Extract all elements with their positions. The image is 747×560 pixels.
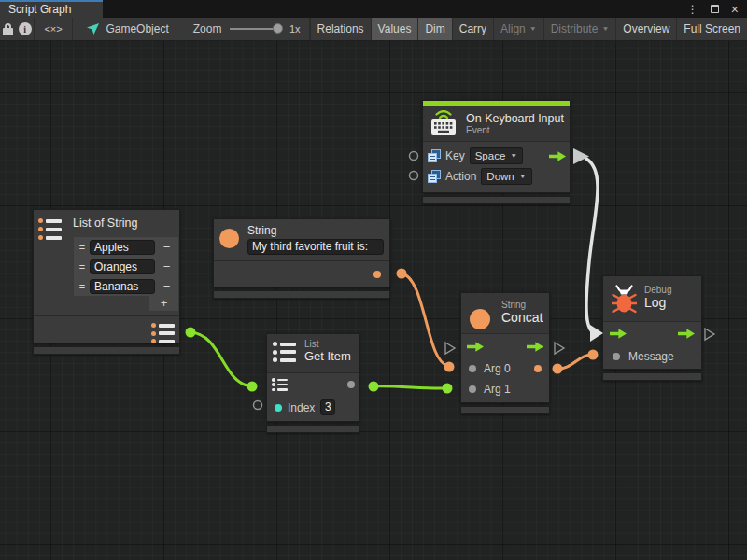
arg1-input-port[interactable] (469, 385, 476, 393)
node-category: Debug (644, 285, 701, 295)
drag-handle-icon[interactable]: = (77, 281, 87, 292)
node-on-keyboard-input[interactable]: On Keyboard Input Event Key Space ▼ (422, 100, 571, 204)
key-label: Key (445, 149, 465, 162)
string-output-port[interactable] (374, 271, 381, 278)
action-row: Action Down ▼ (423, 166, 570, 187)
control-row (461, 334, 549, 358)
arg0-row: Arg 0 (461, 358, 549, 379)
message-label: Message (628, 350, 674, 363)
node-concat[interactable]: String Concat Arg 0 Arg 1 (460, 292, 550, 414)
node-title: Concat (501, 310, 549, 325)
index-input-port[interactable] (275, 404, 282, 412)
message-input-port[interactable] (613, 353, 620, 360)
control-input-port[interactable] (467, 342, 484, 352)
string-value-field[interactable]: My third favorite fruit is: (247, 239, 384, 255)
remove-item-button[interactable]: − (158, 259, 176, 273)
list-icon (273, 342, 297, 362)
window-controls: ⋮ × (687, 0, 747, 18)
fullscreen-button[interactable]: Full Screen (676, 18, 747, 40)
node-footer (266, 425, 359, 433)
index-label: Index (288, 401, 315, 414)
lock-button[interactable] (0, 18, 17, 40)
unity-visual-scripting-window: Script Graph ⋮ × i <×> GameObject (0, 0, 747, 560)
node-title: Get Item (304, 349, 359, 363)
remove-item-button[interactable]: − (158, 279, 176, 293)
item-output-port[interactable] (347, 381, 355, 388)
gameobject-selector[interactable]: GameObject (86, 22, 168, 35)
list-item-field[interactable]: Oranges (90, 259, 155, 274)
tab-script-graph[interactable]: Script Graph (0, 0, 103, 18)
node-footer (602, 372, 702, 381)
list-output-row (34, 315, 179, 343)
control-output-port[interactable] (678, 329, 695, 339)
align-button[interactable]: Align ▼ (493, 18, 543, 40)
relations-button[interactable]: Relations (310, 18, 371, 40)
carry-button[interactable]: Carry (452, 18, 493, 40)
index-value-field[interactable]: 3 (320, 399, 335, 415)
action-label: Action (445, 170, 476, 183)
dim-button[interactable]: Dim (417, 18, 451, 40)
chevron-down-icon: ▼ (519, 173, 527, 179)
gameobject-label: GameObject (106, 22, 168, 35)
drag-handle-icon[interactable]: = (77, 242, 87, 253)
values-button[interactable]: Values (371, 18, 418, 40)
node-category: List (304, 339, 359, 349)
distribute-button[interactable]: Distribute ▼ (543, 18, 616, 40)
node-title: String (247, 224, 384, 238)
node-footer (422, 196, 571, 204)
zoom-slider[interactable] (230, 28, 279, 30)
control-input-port[interactable] (610, 329, 627, 339)
message-row: Message (603, 345, 701, 367)
node-footer (213, 290, 390, 299)
node-title: List of String (73, 210, 179, 236)
window-menu-icon[interactable]: ⋮ (687, 4, 698, 15)
result-output-port[interactable] (534, 365, 542, 372)
info-icon: i (19, 22, 32, 35)
list-icon (38, 218, 63, 240)
control-row (603, 322, 701, 345)
action-dropdown[interactable]: Down ▼ (481, 168, 531, 185)
list-item-row: = Oranges − (74, 257, 178, 276)
zoom-value: 1x (289, 23, 301, 35)
enum-icon (428, 149, 441, 162)
enum-icon (428, 170, 441, 183)
string-type-icon (219, 229, 239, 248)
code-icon: <×> (44, 23, 62, 35)
chevron-down-icon: ▼ (601, 25, 609, 32)
node-debug-log[interactable]: Debug Log Message (602, 275, 702, 381)
add-item-button[interactable]: + (148, 296, 179, 312)
maximize-icon[interactable] (711, 5, 719, 13)
list-output-port-icon[interactable] (151, 323, 176, 343)
key-dropdown[interactable]: Space ▼ (470, 147, 524, 164)
list-item-field[interactable]: Apples (90, 240, 155, 255)
gameobject-icon (86, 22, 100, 35)
node-get-item[interactable]: List Get Item Index 3 (266, 333, 359, 433)
index-row: Index 3 (267, 396, 359, 419)
node-list-of-string[interactable]: List of String = Apples − = Oranges − (33, 209, 180, 355)
zoom-slider-handle[interactable] (273, 23, 283, 34)
drag-handle-icon[interactable]: = (77, 261, 87, 273)
chevron-down-icon: ▼ (529, 25, 537, 32)
list-input-row (267, 373, 359, 396)
tab-bar: Script Graph ⋮ × (0, 0, 747, 18)
list-item-field[interactable]: Bananas (90, 279, 155, 294)
zoom-reset-button[interactable]: <×> (35, 18, 73, 40)
close-icon[interactable]: × (731, 3, 739, 16)
node-string-literal[interactable]: String My third favorite fruit is: (213, 218, 390, 299)
list-input-port-icon[interactable] (272, 378, 288, 391)
info-button[interactable]: i (17, 18, 34, 40)
arg1-label: Arg 1 (484, 383, 511, 396)
arg0-input-port[interactable] (469, 365, 476, 372)
list-item-row: = Apples − (74, 237, 178, 257)
string-list-editor: = Apples − = Oranges − = Bananas − (73, 236, 179, 314)
overview-button[interactable]: Overview (615, 18, 676, 40)
remove-item-button[interactable]: − (158, 240, 176, 254)
zoom-label: Zoom (193, 22, 222, 35)
key-row: Key Space ▼ (423, 146, 570, 166)
node-title: On Keyboard Input (466, 112, 564, 125)
node-category: String (501, 300, 549, 310)
control-output-port[interactable] (527, 342, 543, 352)
toolbar-separator (72, 18, 73, 40)
control-output-port[interactable] (549, 151, 566, 161)
arg0-label: Arg 0 (484, 362, 511, 375)
